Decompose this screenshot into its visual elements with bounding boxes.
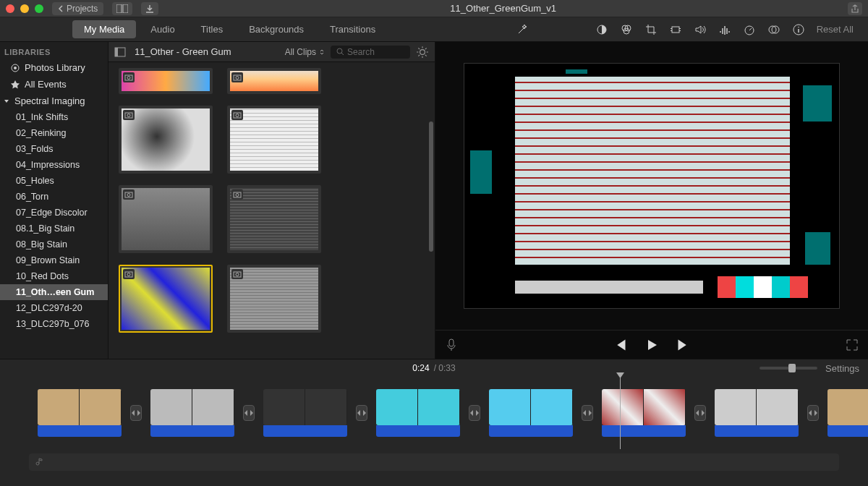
speed-icon[interactable] [743, 23, 756, 36]
color-correction-icon[interactable] [620, 23, 633, 36]
tab-my-media[interactable]: My Media [72, 20, 136, 38]
sidebar-event-item[interactable]: 12_DLC297d-20 [0, 300, 108, 316]
timeline-clip-audio[interactable] [602, 425, 686, 437]
transition-marker[interactable] [130, 405, 142, 421]
transition-marker[interactable] [694, 405, 706, 421]
sidebar-toggle-icon[interactable] [114, 47, 126, 57]
media-clip[interactable] [227, 106, 321, 174]
sidebar-event-item[interactable]: 06_Torn [0, 189, 108, 205]
disclosure-triangle-icon[interactable] [3, 98, 10, 105]
sidebar-event-item[interactable]: 07_Edge Discolor [0, 205, 108, 221]
fullscreen-icon[interactable] [846, 339, 858, 351]
transition-marker[interactable] [582, 405, 593, 421]
reset-all-button[interactable]: Reset All [817, 24, 854, 35]
clip-filter-dropdown[interactable]: All Clips [285, 47, 325, 57]
timeline-clip-audio[interactable] [263, 425, 347, 437]
timeline-zoom-slider[interactable] [760, 367, 817, 370]
tab-transitions[interactable]: Transitions [318, 20, 387, 38]
timeline-clip-audio[interactable] [376, 425, 460, 437]
sidebar-event-item[interactable]: 02_Reinking [0, 125, 108, 141]
timeline-clip-audio[interactable] [38, 425, 122, 437]
transition-marker[interactable] [356, 405, 367, 421]
sidebar-event-item[interactable]: 03_Folds [0, 141, 108, 157]
sidebar-event-item[interactable]: 08_Big Stain [0, 236, 108, 252]
timeline-clip[interactable] [263, 389, 347, 437]
audio-track[interactable] [29, 453, 839, 471]
timeline-clip[interactable] [376, 389, 460, 437]
timeline-clip-audio[interactable] [489, 425, 573, 437]
timeline-clip[interactable] [715, 389, 799, 437]
media-clip[interactable] [119, 68, 213, 94]
layout-toggle-button[interactable] [112, 2, 132, 15]
sidebar-event-item[interactable]: 08.1_Big Stain [0, 221, 108, 236]
tab-titles[interactable]: Titles [190, 20, 235, 38]
sidebar-event-item[interactable]: 09_Brown Stain [0, 252, 108, 268]
gear-icon[interactable] [416, 46, 429, 59]
volume-icon[interactable] [694, 23, 707, 36]
enhance-wand-icon[interactable] [516, 23, 529, 36]
media-clip[interactable] [119, 265, 213, 333]
camera-badge-icon [123, 189, 135, 200]
sidebar-event-item[interactable]: 05_Holes [0, 173, 108, 189]
timeline-clip-thumbs [827, 389, 868, 425]
media-clip[interactable] [119, 185, 213, 253]
sidebar-event-item[interactable]: 04_Impressions [0, 157, 108, 173]
sidebar-event-item[interactable]: 10_Red Dots [0, 268, 108, 284]
timeline-clip[interactable] [602, 389, 686, 437]
timeline-clip[interactable] [489, 389, 573, 437]
svg-point-24 [236, 77, 239, 80]
import-button[interactable] [141, 2, 158, 15]
close-window-button[interactable] [6, 4, 14, 13]
zoom-slider-thumb[interactable] [788, 364, 796, 372]
color-balance-icon[interactable] [595, 23, 608, 36]
voiceover-icon[interactable] [446, 338, 457, 351]
media-clip[interactable] [227, 265, 321, 333]
sidebar-item-all-events[interactable]: All Events [0, 76, 108, 93]
timeline-clip[interactable] [150, 389, 234, 437]
sidebar-event-item[interactable]: 11_Oth…een Gum [0, 284, 108, 300]
clip-grid [109, 62, 435, 359]
timeline-track[interactable] [0, 377, 868, 449]
play-button[interactable] [644, 338, 659, 352]
search-field[interactable]: Search [331, 46, 410, 59]
media-clip[interactable] [227, 68, 321, 94]
timeline-clip[interactable] [38, 389, 122, 437]
timeline-header: 0:24 / 0:33 Settings [0, 359, 868, 377]
minimize-window-button[interactable] [20, 4, 29, 13]
maximize-window-button[interactable] [35, 4, 43, 13]
timeline-clip-thumbs [376, 389, 460, 425]
clip-filter-icon[interactable] [767, 23, 780, 36]
share-button[interactable] [848, 2, 862, 15]
sidebar-event-item[interactable]: 01_Ink Shifts [0, 109, 108, 125]
calibration-ruler [515, 281, 703, 294]
transition-marker[interactable] [807, 405, 819, 421]
timeline-clip-audio[interactable] [715, 425, 799, 437]
stabilization-icon[interactable] [669, 23, 682, 36]
tab-backgrounds[interactable]: Backgrounds [237, 20, 315, 38]
browser-scrollbar[interactable] [429, 122, 433, 252]
color-calibration-bar [718, 276, 826, 298]
media-clip[interactable] [119, 106, 213, 174]
preview-canvas[interactable] [435, 42, 868, 330]
previous-button[interactable] [613, 338, 627, 352]
info-icon[interactable] [792, 23, 805, 36]
sidebar-item-library[interactable]: Spectral Imaging [0, 93, 108, 109]
transition-marker[interactable] [243, 405, 255, 421]
timeline-clip[interactable] [827, 389, 868, 437]
sidebar-event-item[interactable]: 13_DLC297b_076 [0, 316, 108, 332]
crop-icon[interactable] [644, 23, 658, 36]
playhead[interactable] [620, 377, 621, 449]
sidebar-item-photos[interactable]: Photos Library [0, 59, 108, 76]
timeline-clip-audio[interactable] [150, 425, 234, 437]
noise-reduction-icon[interactable] [718, 23, 731, 36]
updown-arrows-icon [319, 48, 325, 56]
tab-audio[interactable]: Audio [139, 20, 186, 38]
next-button[interactable] [676, 338, 691, 352]
back-to-projects-button[interactable]: Projects [52, 2, 103, 15]
media-clip[interactable] [227, 185, 321, 253]
current-time: 0:24 [412, 363, 429, 373]
sidebar-item-label: Spectral Imaging [14, 95, 85, 106]
timeline-clip-audio[interactable] [827, 425, 868, 437]
timeline-settings-button[interactable]: Settings [825, 363, 859, 374]
transition-marker[interactable] [469, 405, 480, 421]
